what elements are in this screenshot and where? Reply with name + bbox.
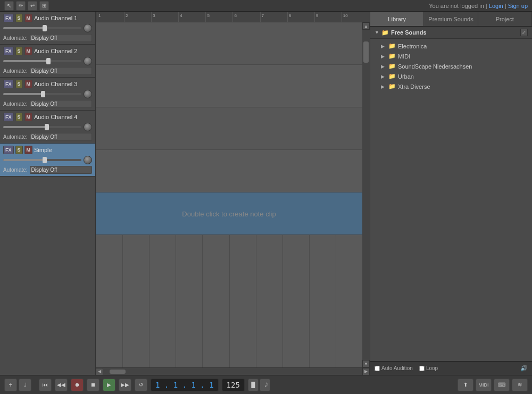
effects-button[interactable]: ≋ xyxy=(512,379,528,391)
track-2-automate-select[interactable]: Display Off Latch Write Read xyxy=(30,67,92,75)
login-link[interactable]: Login xyxy=(489,3,503,9)
track-3-automate-select[interactable]: Display Off Latch Write Read xyxy=(30,100,92,108)
track-3-m-button[interactable]: M xyxy=(24,80,33,88)
track-1-volume-slider[interactable] xyxy=(3,27,81,29)
rewind-button[interactable]: ◀◀ xyxy=(55,379,68,391)
tab-project[interactable]: Project xyxy=(478,12,532,26)
record-button[interactable]: ⏺ xyxy=(71,379,84,391)
track-2-pan-knob[interactable] xyxy=(84,57,92,65)
scroll-left-button[interactable]: ◀ xyxy=(96,368,103,375)
folder-item-midi[interactable]: ▶ 📁 MIDI xyxy=(370,51,532,61)
folder-expand-electronica[interactable]: ▶ xyxy=(381,44,387,49)
auto-audition-checkbox[interactable] xyxy=(375,366,380,371)
forward-button[interactable]: ▶▶ xyxy=(119,379,131,391)
track-3-s-button[interactable]: S xyxy=(15,80,23,88)
track-3-pan-knob[interactable] xyxy=(84,90,92,98)
scroll-track[interactable] xyxy=(363,31,369,359)
scroll-thumb[interactable] xyxy=(363,41,369,63)
tracks-content[interactable]: Double click to create note clip xyxy=(96,22,362,367)
track-1-fx-button[interactable]: FX xyxy=(3,14,14,22)
folder-label-electronica: Electronica xyxy=(398,43,427,49)
panel-expand-button[interactable]: ⤢ xyxy=(520,29,528,36)
track-2-s-button[interactable]: S xyxy=(15,47,23,55)
track-5-pan-knob[interactable] xyxy=(84,156,92,164)
loop-checkbox[interactable] xyxy=(419,366,425,371)
folder-item-electronica[interactable]: ▶ 📁 Electronica xyxy=(370,41,532,51)
folder-label-midi: MIDI xyxy=(398,53,410,60)
add-track-button[interactable]: + xyxy=(4,379,17,391)
library-tabs: Library Premium Sounds Project xyxy=(370,12,532,27)
signup-link[interactable]: Sign up xyxy=(508,3,528,9)
timeline-ruler[interactable]: 1 2 3 4 5 6 7 8 9 10 xyxy=(96,12,370,22)
transport-right: ⬆ MIDI ⌨ ≋ xyxy=(458,379,528,391)
stop-button[interactable]: ⏹ xyxy=(87,379,99,391)
folder-expand-midi[interactable]: ▶ xyxy=(381,54,387,59)
track-1-m-button[interactable]: M xyxy=(24,14,33,22)
folder-icon-xtra: 📁 xyxy=(388,83,396,90)
track-4-m-button[interactable]: M xyxy=(24,113,33,121)
rewind-start-button[interactable]: ⏮ xyxy=(39,379,52,391)
h-scroll-thumb[interactable] xyxy=(110,370,126,374)
ruler-mark: 8 xyxy=(287,12,314,22)
keyboard-button[interactable]: ⌨ xyxy=(494,379,510,391)
track-lane-1[interactable] xyxy=(96,22,362,65)
folder-expand-soundscape[interactable]: ▶ xyxy=(381,64,387,69)
play-button[interactable]: ▶ xyxy=(103,379,115,391)
tab-library[interactable]: Library xyxy=(370,12,424,26)
track-1-pan-knob[interactable] xyxy=(84,24,92,32)
folder-expand-urban[interactable]: ▶ xyxy=(381,74,387,79)
loop-button[interactable]: ↺ xyxy=(135,379,147,391)
track-5-fx-button[interactable]: FX xyxy=(3,146,14,154)
vertical-scrollbar[interactable]: ▲ ▼ xyxy=(362,22,370,367)
track-4-s-button[interactable]: S xyxy=(15,113,23,121)
track-1-automate-select[interactable]: Display Off Latch Write Read xyxy=(30,34,92,42)
folder-item-urban[interactable]: ▶ 📁 Urban xyxy=(370,71,532,81)
track-lane-3[interactable] xyxy=(96,107,362,150)
folder-icon-soundscape: 📁 xyxy=(388,63,396,70)
metronome-button[interactable]: 𝅘𝅥𝅮 xyxy=(260,379,270,391)
loop-check[interactable]: Loop xyxy=(419,365,438,371)
track-2-m-button[interactable]: M xyxy=(24,47,33,55)
snap-tool[interactable]: ⊞ xyxy=(39,1,49,11)
track-1-s-button[interactable]: S xyxy=(15,14,23,22)
bpm-display[interactable]: 125 xyxy=(222,379,245,391)
ruler-mark: 4 xyxy=(178,12,205,22)
pencil-tool[interactable]: ✏ xyxy=(16,1,26,11)
time-sig-button[interactable]: ▐▌ xyxy=(248,379,259,391)
folder-item-soundscape[interactable]: ▶ 📁 SoundScape Niedersachsen xyxy=(370,61,532,71)
auto-audition-check[interactable]: Auto Audition xyxy=(375,365,413,371)
track-lane-5[interactable]: Double click to create note clip xyxy=(96,192,362,235)
scroll-up-button[interactable]: ▲ xyxy=(362,22,370,30)
add-pattern-button[interactable]: ♩ xyxy=(19,379,31,391)
track-3-volume-slider[interactable] xyxy=(3,93,81,95)
h-scroll-track[interactable] xyxy=(104,370,361,374)
track-4-volume-slider[interactable] xyxy=(3,126,81,128)
track-4-pan-knob[interactable] xyxy=(84,123,92,131)
folder-item-xtra[interactable]: ▶ 📁 Xtra Diverse xyxy=(370,81,532,91)
track-1-automate-label: Automate: xyxy=(3,35,28,41)
export-button[interactable]: ⬆ xyxy=(458,379,473,391)
track-4: FX S M Audio Channel 4 Automate: Display… xyxy=(0,111,95,144)
track-2-fx-button[interactable]: FX xyxy=(3,47,14,55)
track-5-automate-select[interactable]: Display Off Latch Write Read xyxy=(30,166,92,174)
loop-tool[interactable]: ↩ xyxy=(28,1,37,11)
track-5-s-button[interactable]: S xyxy=(15,146,23,154)
track-4-automate-select[interactable]: Display Off Latch Write Read xyxy=(30,133,92,141)
midi-button[interactable]: MIDI xyxy=(476,379,492,391)
track-lane-4[interactable] xyxy=(96,150,362,192)
scroll-down-button[interactable]: ▼ xyxy=(362,360,370,367)
track-5-m-button[interactable]: M xyxy=(24,146,33,154)
track-3-fx-button[interactable]: FX xyxy=(3,80,14,88)
track-lane-2[interactable] xyxy=(96,65,362,107)
tab-premium-sounds[interactable]: Premium Sounds xyxy=(424,12,478,26)
horizontal-scrollbar[interactable]: ◀ ▶ xyxy=(96,367,370,375)
track-2-volume-slider[interactable] xyxy=(3,60,81,62)
scroll-right-button[interactable]: ▶ xyxy=(362,368,370,375)
time-display[interactable]: 1 . 1 . 1 . 1 xyxy=(151,379,219,391)
folder-expand-icon[interactable]: ▼ xyxy=(375,30,379,35)
track-4-fx-button[interactable]: FX xyxy=(3,113,14,121)
track-5-volume-slider[interactable] xyxy=(3,159,81,161)
volume-icon[interactable]: 🔊 xyxy=(520,365,528,372)
pointer-tool[interactable]: ↖ xyxy=(4,1,14,11)
folder-expand-xtra[interactable]: ▶ xyxy=(381,84,387,89)
